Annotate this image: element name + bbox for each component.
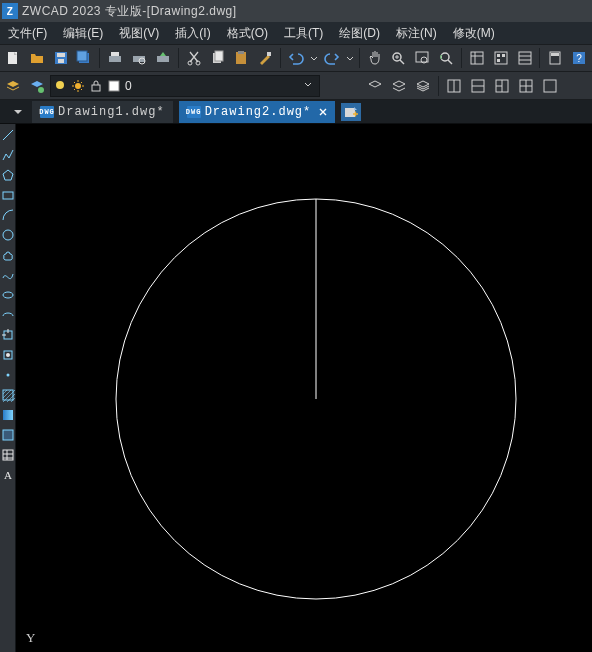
svg-rect-17 <box>267 52 271 56</box>
svg-rect-29 <box>551 53 559 56</box>
publish-button[interactable] <box>152 47 174 69</box>
zoom-previous-button[interactable] <box>435 47 457 69</box>
circle-tool[interactable] <box>1 228 15 242</box>
mtext-tool[interactable]: A <box>1 468 15 482</box>
rectangle-tool[interactable] <box>1 188 15 202</box>
app-icon: Z <box>2 3 18 19</box>
paste-button[interactable] <box>230 47 252 69</box>
tab-close-button[interactable] <box>315 104 331 120</box>
layer-isolate-button[interactable] <box>388 75 410 97</box>
viewport-button-4[interactable] <box>515 75 537 97</box>
gradient-tool[interactable] <box>1 408 15 422</box>
plot-preview-button[interactable] <box>128 47 150 69</box>
revcloud-tool[interactable] <box>1 248 15 262</box>
make-block-tool[interactable] <box>1 348 15 362</box>
viewport-button-5[interactable] <box>539 75 561 97</box>
region-tool[interactable] <box>1 428 15 442</box>
chevron-down-icon <box>303 79 313 93</box>
undo-dropdown[interactable] <box>309 47 319 69</box>
redo-button[interactable] <box>321 47 343 69</box>
saveas-button[interactable] <box>73 47 95 69</box>
layer-freeze-button[interactable] <box>412 75 434 97</box>
svg-rect-27 <box>519 52 531 64</box>
tab-label: Drawing1.dwg* <box>58 105 165 119</box>
calculator-button[interactable] <box>544 47 566 69</box>
pan-button[interactable] <box>364 47 386 69</box>
color-swatch-icon <box>107 79 121 93</box>
svg-rect-5 <box>77 51 87 61</box>
menu-dimension[interactable]: 标注(N) <box>388 22 445 44</box>
lightbulb-icon <box>53 79 67 93</box>
insert-block-tool[interactable] <box>1 328 15 342</box>
table-tool[interactable] <box>1 448 15 462</box>
menu-view[interactable]: 视图(V) <box>111 22 167 44</box>
new-tab-button[interactable] <box>341 103 361 121</box>
menu-modify[interactable]: 修改(M) <box>445 22 503 44</box>
tab-drawing2[interactable]: DWG Drawing2.dwg* <box>179 101 336 123</box>
drawing-canvas[interactable]: Y <box>16 124 592 652</box>
svg-rect-19 <box>416 52 428 62</box>
svg-point-45 <box>3 292 13 298</box>
svg-rect-10 <box>157 56 169 62</box>
svg-rect-43 <box>3 192 13 199</box>
zoom-window-button[interactable] <box>411 47 433 69</box>
viewport-button-1[interactable] <box>443 75 465 97</box>
svg-rect-22 <box>471 52 483 64</box>
ellipse-arc-tool[interactable] <box>1 308 15 322</box>
layer-off-button[interactable] <box>364 75 386 97</box>
svg-point-48 <box>6 353 10 357</box>
menu-insert[interactable]: 插入(I) <box>167 22 218 44</box>
draw-toolbar: A <box>0 124 16 652</box>
match-properties-button[interactable] <box>254 47 276 69</box>
design-center-button[interactable] <box>490 47 512 69</box>
viewport-button-2[interactable] <box>467 75 489 97</box>
new-button[interactable] <box>2 47 24 69</box>
layer-dropdown[interactable]: 0 <box>50 75 320 97</box>
svg-rect-23 <box>495 52 507 64</box>
svg-text:?: ? <box>576 53 582 64</box>
sun-icon <box>71 79 85 93</box>
ellipse-tool[interactable] <box>1 288 15 302</box>
hatch-tool[interactable] <box>1 388 15 402</box>
polygon-tool[interactable] <box>1 168 15 182</box>
menu-file[interactable]: 文件(F) <box>0 22 55 44</box>
menu-bar: 文件(F) 编辑(E) 视图(V) 插入(I) 格式(O) 工具(T) 绘图(D… <box>0 22 592 44</box>
viewport-button-3[interactable] <box>491 75 513 97</box>
menu-draw[interactable]: 绘图(D) <box>331 22 388 44</box>
arc-tool[interactable] <box>1 208 15 222</box>
polyline-tool[interactable] <box>1 148 15 162</box>
zoom-realtime-button[interactable] <box>388 47 410 69</box>
open-button[interactable] <box>26 47 48 69</box>
separator <box>178 48 179 68</box>
menu-tools[interactable]: 工具(T) <box>276 22 331 44</box>
layer-properties-button[interactable] <box>2 75 24 97</box>
dwg-file-icon: DWG <box>187 106 201 118</box>
save-button[interactable] <box>50 47 72 69</box>
copy-button[interactable] <box>207 47 229 69</box>
cut-button[interactable] <box>183 47 205 69</box>
dwg-file-icon: DWG <box>40 106 54 118</box>
plot-button[interactable] <box>104 47 126 69</box>
layer-states-button[interactable] <box>26 75 48 97</box>
tab-list-dropdown[interactable] <box>14 110 22 114</box>
title-bar: Z ZWCAD 2023 专业版 - [Drawing2.dwg] <box>0 0 592 22</box>
svg-rect-24 <box>497 54 500 57</box>
line-tool[interactable] <box>1 128 15 142</box>
undo-button[interactable] <box>285 47 307 69</box>
help-button[interactable]: ? <box>568 47 590 69</box>
ucs-y-axis-label: Y <box>26 630 36 646</box>
point-tool[interactable] <box>1 368 15 382</box>
properties-button[interactable] <box>466 47 488 69</box>
svg-point-21 <box>441 53 449 61</box>
separator <box>438 76 439 96</box>
tab-drawing1[interactable]: DWG Drawing1.dwg* <box>32 101 173 123</box>
tool-palettes-button[interactable] <box>514 47 536 69</box>
svg-rect-3 <box>58 59 64 63</box>
menu-format[interactable]: 格式(O) <box>219 22 276 44</box>
document-tab-bar: DWG Drawing1.dwg* DWG Drawing2.dwg* <box>0 100 592 124</box>
svg-rect-26 <box>497 59 500 62</box>
menu-edit[interactable]: 编辑(E) <box>55 22 111 44</box>
redo-dropdown[interactable] <box>345 47 355 69</box>
spline-tool[interactable] <box>1 268 15 282</box>
lock-icon <box>89 79 103 93</box>
